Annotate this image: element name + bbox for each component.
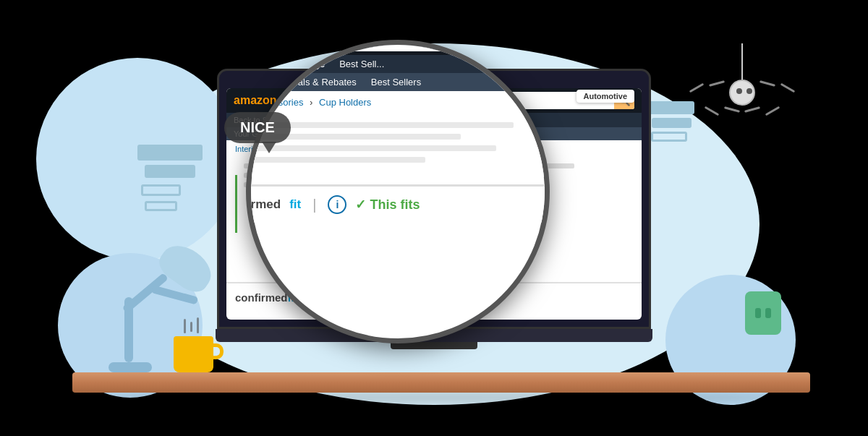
spider-body (729, 80, 755, 106)
spider-decoration (689, 43, 796, 112)
mag-subnav: ...chool Off to College Best Sell... (246, 55, 550, 73)
spider-eye-right (746, 88, 752, 94)
automotive-badge: Automotive (576, 90, 635, 103)
mag-deals-rebates: Deals & Rebates (286, 77, 357, 87)
spider-leg-bl (705, 106, 720, 116)
cup-body (174, 336, 213, 372)
spider-leg-tr (709, 80, 725, 87)
green-accent-line (235, 175, 237, 233)
mag-line-3 (246, 145, 496, 151)
coffee-cup (174, 319, 213, 372)
mag-search-bar (262, 40, 550, 51)
mag-breadcrumb-part1: Interior Accessories (246, 97, 303, 108)
outlet-holes (755, 308, 771, 318)
deco-rect-1 (137, 145, 203, 161)
mag-best-sellers: Best Sellers (371, 77, 421, 87)
spider-leg-ttr (760, 80, 775, 87)
outlet-hole-right (765, 308, 771, 318)
deco-rect-2 (145, 165, 195, 178)
speech-bubble-text: NICE (224, 112, 291, 143)
mag-subnav-college: Off to College (263, 59, 325, 69)
mag-nav-row2: Your Garage Deals & Rebates Best Sellers (246, 73, 550, 91)
mag-nav-bar: amazon (246, 40, 550, 55)
spider-thread (741, 43, 743, 80)
spider-eye-left (736, 88, 742, 94)
deco-rect-right-1 (644, 101, 694, 114)
mag-confirmed-fit-bar: confirmedfit | i ✓ This fits (246, 184, 550, 223)
spider-leg-bml (724, 106, 740, 113)
magnify-content: amazon Automo... ...chool Off to College… (246, 40, 550, 223)
deco-rect-right-outline (651, 132, 687, 142)
steam-line-3 (197, 317, 199, 333)
deco-rect-outline-1 (141, 184, 181, 196)
confirmed-text: confirmed (235, 291, 288, 304)
mag-amazon-logo: amazon (246, 40, 256, 49)
steam-line-2 (190, 322, 192, 332)
mag-breadcrumb-part2: Cup Holders (319, 97, 371, 108)
mag-subnav-best: Best Sell... (339, 59, 384, 69)
spider-leg-bmr (744, 106, 760, 113)
speech-bubble-nice: NICE (224, 112, 291, 143)
magnify-circle: amazon Automo... ...chool Off to College… (246, 40, 550, 343)
mag-fit-text: fit (289, 197, 301, 212)
deco-rect-right-2 (652, 118, 692, 128)
mag-divider: | (312, 197, 316, 213)
steam-line-1 (184, 319, 186, 333)
spider-leg-tl (689, 83, 705, 93)
steam-lines (184, 319, 213, 333)
spider-legs-bottom (689, 107, 796, 112)
mag-this-fits: ✓ This fits (355, 197, 420, 213)
spider-legs-top (689, 80, 796, 106)
electrical-outlet (745, 291, 781, 335)
outlet-hole-left (755, 308, 761, 318)
spider-leg-br (765, 106, 780, 116)
mag-subnav-school: ...chool (246, 59, 249, 69)
mag-breadcrumb: Interior Accessories › Cup Holders (246, 91, 550, 114)
scene-background: amazon 🔍 Back to School Off to College B… (0, 0, 868, 436)
mag-automotive-badge: Automo... (532, 40, 550, 51)
mag-info-icon: i (328, 195, 346, 214)
mag-line-4 (246, 157, 425, 163)
mag-confirmed-text: confirmed (246, 197, 281, 212)
mag-breadcrumb-sep: › (310, 97, 312, 108)
deco-rect-outline-2 (145, 201, 177, 211)
spider-eyes (736, 88, 752, 94)
spider-leg-ttl (780, 83, 796, 93)
mag-content-area (246, 114, 550, 177)
wooden-shelf (72, 372, 810, 393)
shelf-shadow (87, 391, 796, 404)
